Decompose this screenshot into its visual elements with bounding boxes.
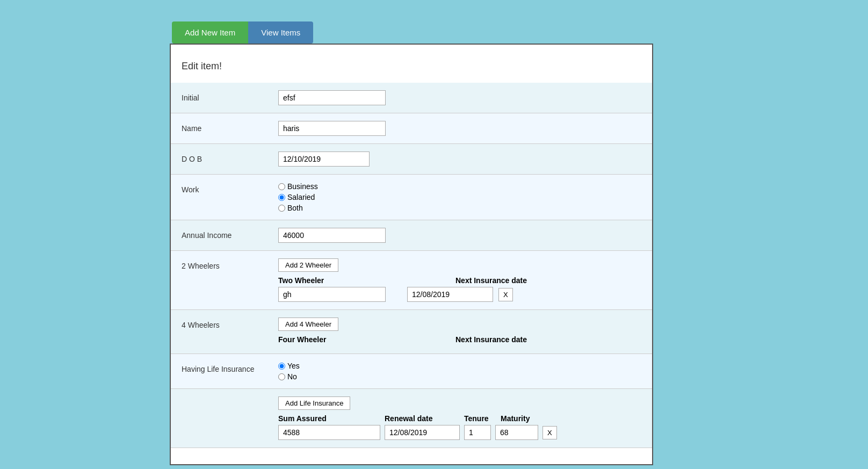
life-insurance-items-row: Add Life Insurance Sum Assured Renewal d… [171,389,652,448]
dob-input[interactable] [278,151,370,167]
add-life-insurance-button[interactable]: Add Life Insurance [278,396,350,410]
work-salaried-option[interactable]: Salaried [278,193,641,201]
two-wheeler-date-input[interactable] [407,287,493,302]
dob-content [278,151,641,167]
life-insurance-yes-label: Yes [287,362,300,370]
work-business-option[interactable]: Business [278,182,641,191]
two-wheeler-header: Two Wheeler Next Insurance date [278,276,641,285]
top-bar: Add New Item View Items [172,21,868,44]
having-life-insurance-content: Yes No [278,362,641,381]
renewal-date-col-header: Renewal date [385,414,460,423]
work-both-label: Both [287,204,303,212]
initial-row: Initial [171,83,652,113]
tenure-col-header: Tenure [464,414,496,423]
maturity-input[interactable] [495,425,538,440]
add-new-item-button[interactable]: Add New Item [172,21,248,44]
annual-income-label: Annual Income [182,228,278,240]
initial-content [278,90,641,105]
work-business-label: Business [287,182,318,191]
dob-label: D O B [182,151,278,163]
four-wheeler-header: Four Wheeler Next Insurance date [278,335,641,344]
work-both-option[interactable]: Both [278,204,641,212]
work-both-radio[interactable] [278,205,285,212]
two-wheeler-item-row: X [278,287,641,302]
work-business-radio[interactable] [278,183,285,190]
maturity-col-header: Maturity [501,414,544,423]
life-insurance-items-content: Add Life Insurance Sum Assured Renewal d… [278,396,641,440]
life-insurance-radio-group: Yes No [278,362,641,381]
four-wheeler-date-col-header: Next Insurance date [455,335,527,344]
annual-income-content [278,228,641,243]
life-insurance-remove-button[interactable]: X [542,426,557,439]
sum-assured-col-header: Sum Assured [278,414,380,423]
work-salaried-radio[interactable] [278,194,285,201]
work-content: Business Salaried Both [278,182,641,212]
life-insurance-items-label [182,396,278,400]
initial-label: Initial [182,90,278,102]
life-insurance-no-label: No [287,372,297,381]
name-content [278,121,641,136]
life-insurance-header: Sum Assured Renewal date Tenure Maturity [278,414,641,423]
life-insurance-yes-radio[interactable] [278,363,285,370]
view-items-button[interactable]: View Items [248,21,313,44]
life-insurance-item-row: X [278,425,641,440]
four-wheelers-row: 4 Wheelers Add 4 Wheeler Four Wheeler Ne… [171,310,652,354]
two-wheelers-label: 2 Wheelers [182,258,278,270]
two-wheelers-row: 2 Wheelers Add 2 Wheeler Two Wheeler Nex… [171,251,652,310]
name-label: Name [182,121,278,133]
having-life-insurance-label: Having Life Insurance [182,362,278,373]
dob-row: D O B [171,144,652,175]
life-insurance-no-option[interactable]: No [278,372,641,381]
sum-assured-input[interactable] [278,425,380,440]
life-insurance-yes-option[interactable]: Yes [278,362,641,370]
renewal-date-input[interactable] [385,425,460,440]
life-insurance-no-radio[interactable] [278,373,285,380]
annual-income-row: Annual Income [171,220,652,251]
work-label: Work [182,182,278,194]
two-wheeler-col-header: Two Wheeler [278,276,386,285]
work-radio-group: Business Salaried Both [278,182,641,212]
add-two-wheeler-button[interactable]: Add 2 Wheeler [278,258,338,272]
tenure-input[interactable] [464,425,491,440]
four-wheelers-content: Add 4 Wheeler Four Wheeler Next Insuranc… [278,318,641,346]
work-salaried-label: Salaried [287,193,315,201]
annual-income-input[interactable] [278,228,386,243]
four-wheelers-label: 4 Wheelers [182,318,278,329]
name-input[interactable] [278,121,386,136]
add-four-wheeler-button[interactable]: Add 4 Wheeler [278,318,338,331]
two-wheeler-remove-button[interactable]: X [498,288,513,301]
initial-input[interactable] [278,90,386,105]
form-title: Edit item! [171,55,652,83]
having-life-insurance-row: Having Life Insurance Yes No [171,354,652,389]
two-wheeler-date-col-header: Next Insurance date [455,276,527,285]
two-wheelers-content: Add 2 Wheeler Two Wheeler Next Insurance… [278,258,641,302]
work-row: Work Business Salaried Both [171,175,652,220]
name-row: Name [171,113,652,144]
two-wheeler-name-input[interactable] [278,287,386,302]
four-wheeler-col-header: Four Wheeler [278,335,386,344]
edit-item-form: Edit item! Initial Name D O B Work Busin… [170,44,653,465]
